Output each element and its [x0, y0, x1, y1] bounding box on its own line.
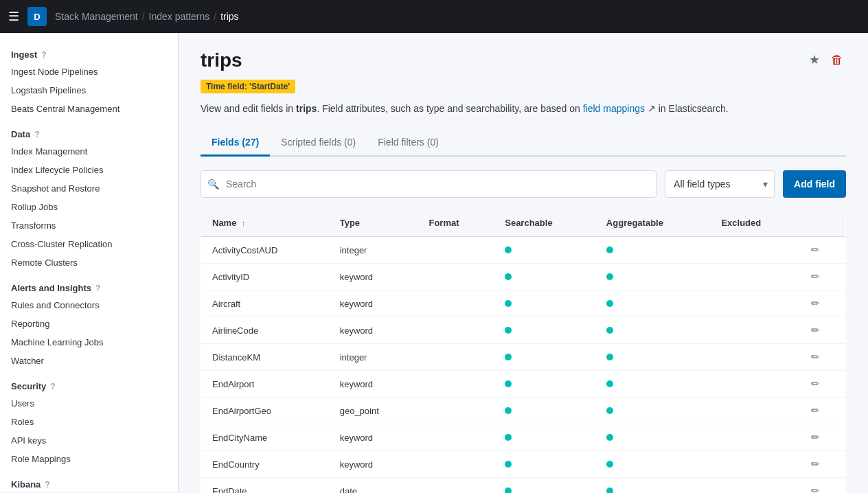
cell-aggregatable: [595, 424, 711, 451]
help-icon-security[interactable]: ?: [50, 382, 55, 391]
field-mappings-link[interactable]: field mappings: [583, 103, 645, 114]
aggregatable-dot: [606, 461, 613, 468]
edit-icon[interactable]: ✏: [811, 244, 820, 255]
tab-scripted-fields[interactable]: Scripted fields (0): [270, 130, 367, 157]
main-content: trips ★ 🗑 Time field: 'StartDate' View a…: [179, 33, 868, 493]
cell-type: keyword: [329, 371, 418, 398]
tab-fields[interactable]: Fields (27): [201, 130, 270, 157]
cell-excluded: [710, 478, 800, 494]
cell-type: keyword: [329, 451, 418, 478]
sidebar-section-alerts-and-insights: Alerts and Insights?Rules and Connectors…: [0, 277, 178, 370]
sidebar-item-rollup-jobs[interactable]: Rollup Jobs: [0, 198, 178, 216]
edit-icon[interactable]: ✏: [811, 485, 820, 493]
cell-searchable: [494, 371, 595, 398]
breadcrumb-current: trips: [220, 11, 238, 22]
sidebar-item-logstash-pipelines[interactable]: Logstash Pipelines: [0, 81, 178, 100]
cell-edit: ✏: [800, 398, 845, 424]
search-icon: 🔍: [207, 179, 219, 190]
sidebar-item-watcher[interactable]: Watcher: [0, 352, 178, 370]
aggregatable-dot: [606, 407, 613, 414]
cell-searchable: [494, 264, 595, 290]
cell-type: keyword: [329, 264, 418, 290]
table-row: EndAirport keyword ✏: [201, 371, 846, 398]
cell-excluded: [710, 344, 800, 371]
searchable-dot: [505, 354, 512, 360]
sidebar-item-machine-learning-jobs[interactable]: Machine Learning Jobs: [0, 333, 178, 352]
sidebar-section-security: Security?UsersRolesAPI keysRole Mappings: [0, 376, 178, 468]
cell-edit: ✏: [800, 264, 845, 290]
table-row: Aircraft keyword ✏: [201, 290, 846, 317]
edit-icon[interactable]: ✏: [811, 431, 820, 443]
cell-format: [418, 451, 494, 478]
searchable-dot: [505, 488, 512, 494]
aggregatable-dot: [606, 380, 613, 387]
cell-name: EndAirportGeo: [201, 398, 329, 424]
sidebar-item-snapshot-and-restore[interactable]: Snapshot and Restore: [0, 179, 178, 198]
menu-icon[interactable]: ☰: [8, 9, 19, 24]
sidebar-item-cross-cluster-replication[interactable]: Cross-Cluster Replication: [0, 235, 178, 253]
sidebar-item-index-management[interactable]: Index Management: [0, 142, 178, 161]
add-field-button[interactable]: Add field: [783, 170, 846, 198]
col-excluded: Excluded: [710, 209, 800, 237]
tab-field-filters[interactable]: Field filters (0): [367, 130, 450, 157]
edit-icon[interactable]: ✏: [811, 458, 820, 470]
field-type-wrapper: All field types keyword integer date geo…: [665, 170, 775, 198]
edit-icon[interactable]: ✏: [811, 404, 820, 416]
edit-icon[interactable]: ✏: [811, 271, 820, 282]
cell-name: EndCountry: [201, 451, 329, 478]
sidebar-item-ingest-node-pipelines[interactable]: Ingest Node Pipelines: [0, 62, 178, 81]
help-icon-data[interactable]: ?: [34, 130, 39, 139]
cell-format: [418, 237, 494, 264]
cell-searchable: [494, 451, 595, 478]
sidebar-item-role-mappings[interactable]: Role Mappings: [0, 450, 178, 468]
edit-icon[interactable]: ✏: [811, 297, 820, 309]
sidebar-item-transforms[interactable]: Transforms: [0, 216, 178, 235]
searchable-dot: [505, 300, 512, 307]
edit-icon[interactable]: ✏: [811, 351, 820, 363]
cell-format: [418, 317, 494, 344]
cell-type: integer: [329, 344, 418, 371]
breadcrumb-stack-management[interactable]: Stack Management: [55, 11, 138, 22]
searchable-dot: [505, 380, 512, 387]
table-row: ActivityCostAUD integer ✏: [201, 237, 846, 264]
avatar[interactable]: D: [27, 7, 47, 26]
cell-excluded: [710, 424, 800, 451]
sidebar-item-remote-clusters[interactable]: Remote Clusters: [0, 253, 178, 272]
search-input[interactable]: [201, 170, 656, 198]
help-icon-kibana[interactable]: ?: [45, 480, 49, 490]
delete-button[interactable]: 🗑: [828, 50, 846, 70]
col-actions: [800, 209, 845, 237]
cell-excluded: [710, 237, 800, 264]
sidebar-section-label-alerts-and-insights: Alerts and Insights: [11, 283, 91, 293]
field-type-select[interactable]: All field types keyword integer date geo…: [665, 170, 775, 198]
searchable-dot: [505, 273, 512, 280]
cell-format: [418, 398, 494, 424]
edit-icon[interactable]: ✏: [811, 378, 820, 389]
sidebar: Ingest?Ingest Node PipelinesLogstash Pip…: [0, 33, 179, 493]
sidebar-item-api-keys[interactable]: API keys: [0, 431, 178, 450]
sidebar-item-users[interactable]: Users: [0, 394, 178, 413]
cell-name: ActivityID: [201, 264, 329, 290]
breadcrumb-index-patterns[interactable]: Index patterns: [149, 11, 210, 22]
aggregatable-dot: [606, 354, 613, 360]
sidebar-item-index-lifecycle-policies[interactable]: Index Lifecycle Policies: [0, 161, 178, 179]
breadcrumb: Stack Management / Index patterns / trip…: [55, 11, 239, 22]
col-name[interactable]: Name ↑: [201, 209, 329, 237]
sidebar-item-reporting[interactable]: Reporting: [0, 314, 178, 333]
sidebar-section-label-kibana: Kibana: [11, 479, 41, 490]
help-icon-alerts-and-insights[interactable]: ?: [95, 284, 100, 293]
breadcrumb-sep-1: /: [142, 11, 145, 22]
index-name: trips: [296, 103, 317, 114]
sidebar-item-beats-central-management[interactable]: Beats Central Management: [0, 100, 178, 118]
cell-excluded: [710, 290, 800, 317]
page-title: trips: [201, 49, 242, 71]
edit-icon[interactable]: ✏: [811, 324, 820, 336]
table-row: DistanceKM integer ✏: [201, 344, 846, 371]
cell-format: [418, 290, 494, 317]
help-icon-ingest[interactable]: ?: [41, 50, 46, 60]
sidebar-item-rules-and-connectors[interactable]: Rules and Connectors: [0, 296, 178, 314]
table-row: EndDate date ✏: [201, 478, 846, 494]
star-button[interactable]: ★: [806, 49, 823, 70]
table-body: ActivityCostAUD integer ✏ ActivityID key…: [201, 237, 846, 494]
sidebar-item-roles[interactable]: Roles: [0, 413, 178, 431]
